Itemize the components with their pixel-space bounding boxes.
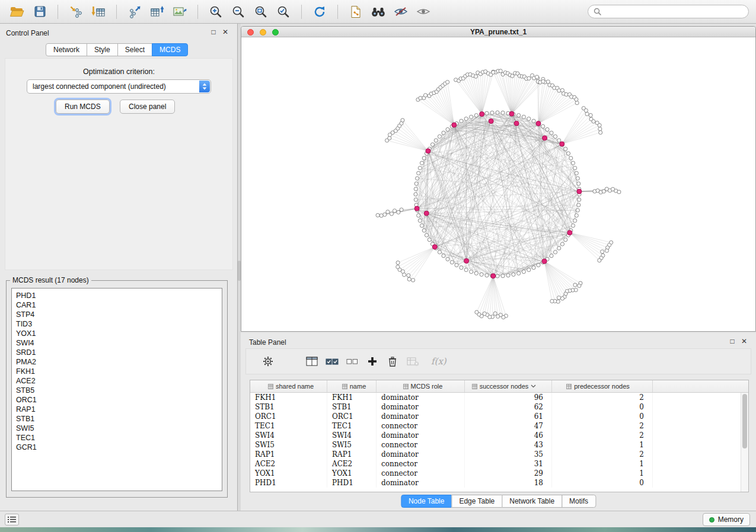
mcds-node[interactable]: FKH1	[16, 367, 218, 376]
table-scrollbar[interactable]	[741, 393, 748, 492]
search-box[interactable]	[588, 5, 749, 18]
column-label: MCDS role	[411, 383, 443, 390]
table-row[interactable]: SWI5SWI5connector431	[250, 440, 748, 450]
float-table-panel-button[interactable]: □	[728, 336, 737, 346]
mcds-node[interactable]: STB5	[16, 386, 218, 395]
cell-mcds-role: connector	[377, 469, 465, 478]
mcds-node[interactable]: SRD1	[16, 348, 218, 357]
list-icon	[8, 516, 16, 523]
tab-motifs[interactable]: Motifs	[562, 495, 596, 508]
deselect-all-button[interactable]	[342, 352, 362, 370]
mcds-node[interactable]: TEC1	[16, 433, 218, 443]
mcds-node[interactable]: STP4	[16, 310, 218, 319]
cell-shared-name: SWI4	[250, 431, 327, 440]
search-input[interactable]	[604, 7, 743, 17]
task-history-button[interactable]	[5, 514, 19, 525]
float-panel-button[interactable]: □	[209, 27, 218, 37]
tab-select[interactable]: Select	[117, 43, 152, 56]
mcds-node[interactable]: ACE2	[16, 376, 218, 386]
select-all-button[interactable]	[322, 352, 342, 370]
mcds-node[interactable]: PHD1	[16, 291, 218, 300]
zoom-in-button[interactable]	[206, 3, 226, 21]
mcds-node[interactable]: SWI4	[16, 338, 218, 348]
close-panel-action-button[interactable]: Close panel	[120, 100, 175, 114]
zoom-selected-button[interactable]	[273, 3, 294, 21]
tab-node-table[interactable]: Node Table	[401, 495, 452, 508]
close-table-panel-button[interactable]: ✕	[739, 336, 749, 346]
tab-network[interactable]: Network	[46, 43, 87, 56]
mcds-node[interactable]: GCR1	[16, 443, 218, 452]
save-session-button[interactable]	[30, 3, 50, 21]
mcds-node[interactable]: TID3	[16, 319, 218, 329]
refresh-icon	[313, 5, 326, 18]
table-settings-button[interactable]	[258, 352, 278, 370]
cell-mcds-role: dominator	[377, 431, 465, 440]
column-header-predecessor-nodes[interactable]: predecessor nodes	[552, 380, 653, 392]
column-header-shared-name[interactable]: shared name	[250, 380, 327, 392]
export-image-button[interactable]	[170, 3, 190, 21]
show-columns-button[interactable]	[302, 352, 322, 370]
network-window-titlebar[interactable]: YPA_prune.txt_1	[241, 27, 755, 37]
import-network-button[interactable]	[66, 3, 86, 21]
mcds-node[interactable]: PMA2	[16, 357, 218, 367]
apply-layout-button[interactable]	[310, 3, 330, 21]
export-network-button[interactable]	[125, 3, 145, 21]
run-mcds-button[interactable]: Run MCDS	[56, 100, 110, 114]
close-panel-button[interactable]: ✕	[221, 27, 230, 37]
column-header-successor-nodes[interactable]: successor nodes	[465, 380, 552, 392]
mcds-node[interactable]: CAR1	[16, 300, 218, 310]
hide-selected-button[interactable]	[391, 3, 411, 21]
table-row[interactable]: RAP1RAP1dominator352	[250, 450, 748, 459]
export-table-button[interactable]	[147, 3, 167, 21]
control-panel-tabs: NetworkStyleSelectMCDS	[46, 43, 188, 56]
criterion-dropdown[interactable]: largest connected component (undirected)	[27, 79, 211, 94]
tab-style[interactable]: Style	[87, 43, 118, 56]
cell-name: PHD1	[327, 478, 377, 488]
column-header-mcds-role[interactable]: MCDS role	[377, 380, 465, 392]
table-row[interactable]: TEC1TEC1connector472	[250, 421, 748, 431]
node-table-body: FKH1FKH1dominator962STB1STB1dominator620…	[250, 393, 748, 488]
cell-predecessor-nodes: 1	[552, 440, 653, 450]
function-builder-button-disabled: f(x)	[431, 356, 446, 367]
zoom-fit-button[interactable]	[251, 3, 271, 21]
import-table-button[interactable]	[88, 3, 109, 21]
cell-mcds-role: dominator	[377, 402, 465, 412]
zoom-out-button[interactable]	[228, 3, 248, 21]
cell-predecessor-nodes: 0	[552, 478, 653, 488]
table-row[interactable]: PHD1PHD1dominator180	[250, 478, 748, 488]
add-column-button[interactable]	[362, 352, 382, 370]
table-row[interactable]: YOX1YOX1connector291	[250, 469, 748, 478]
open-file-button[interactable]	[7, 3, 27, 21]
memory-status-icon	[709, 517, 714, 523]
mcds-node[interactable]: YOX1	[16, 329, 218, 338]
table-row[interactable]: ACE2ACE2connector311	[250, 459, 748, 469]
cell-mcds-role: dominator	[377, 450, 465, 459]
tab-edge-table[interactable]: Edge Table	[451, 495, 502, 508]
network-canvas[interactable]	[241, 37, 755, 331]
table-toolbar: f(x)	[245, 348, 751, 374]
mcds-result-list[interactable]: PHD1CAR1STP4TID3YOX1SWI4SRD1PMA2FKH1ACE2…	[11, 288, 222, 491]
cell-successor-nodes: 96	[465, 393, 552, 402]
column-label: name	[350, 383, 366, 390]
find-button[interactable]	[368, 3, 388, 21]
table-row[interactable]: SWI4SWI4dominator462	[250, 431, 748, 440]
tab-mcds[interactable]: MCDS	[152, 43, 188, 56]
tab-network-table[interactable]: Network Table	[502, 495, 562, 508]
mcds-node[interactable]: RAP1	[16, 405, 218, 414]
table-row[interactable]: ORC1ORC1dominator610	[250, 412, 748, 421]
table-scrollbar-thumb[interactable]	[742, 394, 747, 448]
mcds-node[interactable]: SWI5	[16, 424, 218, 433]
cell-predecessor-nodes: 2	[552, 393, 653, 402]
show-all-button[interactable]	[413, 3, 433, 21]
memory-button[interactable]: Memory	[703, 513, 750, 526]
cell-predecessor-nodes: 1	[552, 459, 653, 469]
mcds-node[interactable]: STB1	[16, 414, 218, 424]
table-row[interactable]: STB1STB1dominator620	[250, 402, 748, 412]
column-header-name[interactable]: name	[327, 380, 377, 392]
delete-column-button[interactable]	[382, 352, 403, 370]
column-grid-icon	[472, 384, 477, 389]
share-document-button[interactable]	[346, 3, 366, 21]
cell-predecessor-nodes: 2	[552, 450, 653, 459]
table-row[interactable]: FKH1FKH1dominator962	[250, 393, 748, 402]
mcds-node[interactable]: ORC1	[16, 395, 218, 405]
